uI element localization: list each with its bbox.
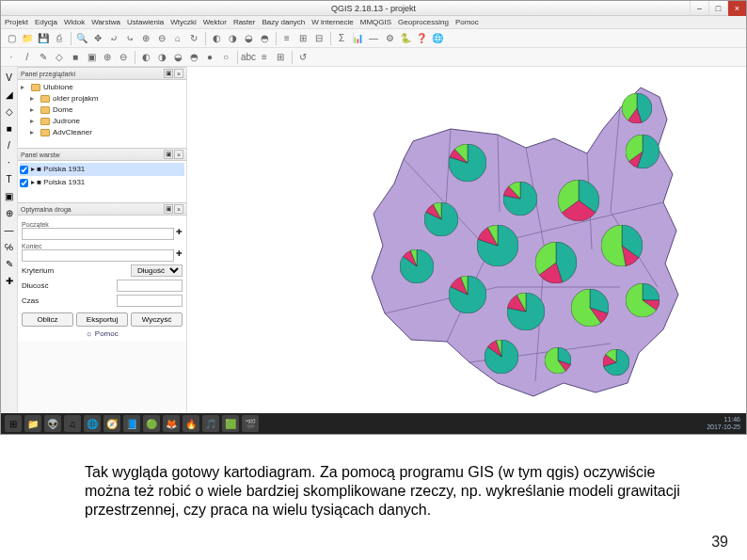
menu-mmqgis[interactable]: MMQGIS [360,18,391,26]
toolbar-icon[interactable]: ▢ [4,31,19,46]
browser-item[interactable]: ▸Ulubione [21,82,183,93]
menu-raster[interactable]: Raster [233,18,256,26]
calculate-button[interactable]: Oblicz [22,312,73,327]
left-tool-icon[interactable]: V [3,71,16,84]
left-tool-icon[interactable]: ℅ [3,240,16,253]
close-button[interactable]: × [727,1,746,16]
left-tool-icon[interactable]: ✚ [3,274,16,287]
panel-float-icon[interactable]: ▣ [164,150,173,159]
end-pick-icon[interactable]: ✚ [176,249,183,262]
taskbar-icon[interactable]: 🔥 [183,415,199,432]
browser-item[interactable]: ▸older projakm [21,93,183,104]
toolbar-icon[interactable]: ⤿ [122,31,137,46]
left-tool-icon[interactable]: ⊕ [3,206,16,219]
menu-ustawienia[interactable]: Ustawienia [127,18,164,26]
toolbar-icon[interactable]: ◒ [241,31,256,46]
layers-panel[interactable]: ▸ ■ Polska 1931▸ ■ Polska 1931 [18,161,186,202]
toolbar-icon[interactable]: ◐ [209,31,224,46]
toolbar-icon[interactable]: ◑ [225,31,240,46]
taskbar-icon[interactable]: 🌐 [84,415,101,432]
menu-wtyczki[interactable]: Wtyczki [170,18,197,26]
toolbar-icon[interactable]: Σ [334,31,349,46]
length-input[interactable] [117,280,183,292]
left-tool-icon[interactable]: ■ [3,121,16,135]
taskbar-icon[interactable]: 🟢 [143,415,160,432]
toolbar-icon[interactable]: ⌂ [170,31,185,46]
left-tool-icon[interactable]: ◇ [3,104,16,118]
start-input[interactable] [22,228,174,240]
layer-visibility-checkbox[interactable] [20,179,28,187]
toolbar-icon[interactable]: ✥ [90,31,105,46]
toolbar-icon[interactable]: ⊟ [311,31,326,46]
toolbar-icon[interactable]: / [20,50,35,65]
browser-item[interactable]: ▸Judrone [21,116,183,127]
taskbar-icon[interactable]: 🎬 [242,415,259,432]
export-button[interactable]: Eksportuj [76,312,128,327]
toolbar-icon[interactable]: ◇ [52,50,67,65]
layer-visibility-checkbox[interactable] [20,166,28,174]
clear-button[interactable]: Wyczyść [131,312,183,327]
time-input[interactable] [117,295,183,307]
toolbar-icon[interactable]: ◐ [138,50,153,65]
toolbar-icon[interactable]: · [4,50,19,65]
toolbar-icon[interactable]: ≡ [279,31,294,46]
toolbar-icon[interactable]: ↻ [186,31,201,46]
menu-bazy danych[interactable]: Bazy danych [262,18,305,26]
layer-item[interactable]: ▸ ■ Polska 1931 [31,163,85,176]
browser-item[interactable]: ▸AdvCleaner [21,127,183,138]
left-tool-icon[interactable]: ✎ [3,257,16,270]
toolbar-icon[interactable]: 💾 [36,31,51,46]
menu-w internecie[interactable]: W internecie [311,18,353,26]
left-tool-icon[interactable]: — [3,223,16,236]
left-tool-icon[interactable]: / [3,138,16,152]
taskbar-icon[interactable]: ⊞ [5,415,22,432]
taskbar-icon[interactable]: 🟩 [222,415,239,432]
menu-projekt[interactable]: Projekt [5,18,28,26]
toolbar-icon[interactable]: ⊞ [295,31,310,46]
toolbar-icon[interactable]: — [366,31,381,46]
start-pick-icon[interactable]: ✚ [176,228,183,240]
criterion-select[interactable]: Długość [131,264,183,277]
toolbar-icon[interactable]: 📊 [350,31,365,46]
left-tool-icon[interactable]: ◢ [3,88,16,101]
menu-geoprocessing[interactable]: Geoprocessing [398,18,449,26]
taskbar-icon[interactable]: 👽 [44,415,61,432]
help-link[interactable]: ☼ Pomoc [22,329,183,338]
toolbar-icon[interactable]: 🐍 [398,31,413,46]
menu-pomoc[interactable]: Pomoc [455,18,479,26]
toolbar-icon[interactable]: ◒ [170,50,185,65]
toolbar-icon[interactable]: ⚙ [382,31,397,46]
panel-close-icon[interactable]: × [174,69,183,78]
maximize-button[interactable]: □ [708,1,727,16]
toolbar-icon[interactable]: 📁 [20,31,35,46]
browser-item[interactable]: ▸Dome [21,104,183,116]
taskbar-icon[interactable]: ♫ [64,415,81,432]
browser-panel[interactable]: ▸Ulubione▸older projakm▸Dome▸Judrone▸Adv… [18,80,186,148]
toolbar-icon[interactable]: 🔍 [74,31,89,46]
toolbar-icon[interactable]: ⊕ [138,31,153,46]
taskbar-icon[interactable]: 🦊 [163,415,180,432]
layer-item[interactable]: ▸ ■ Polska 1931 [31,176,85,189]
minimize-button[interactable]: – [690,1,708,16]
toolbar-icon[interactable]: 🌐 [430,31,445,46]
toolbar-icon[interactable]: ⊖ [154,31,169,46]
taskbar-icon[interactable]: 🎵 [202,415,219,432]
panel-close-icon[interactable]: × [174,204,183,214]
toolbar-icon[interactable]: ✎ [36,50,51,65]
panel-close-icon[interactable]: × [174,150,183,159]
left-tool-icon[interactable]: ▣ [3,189,16,202]
left-tool-icon[interactable]: T [3,172,16,185]
toolbar-icon[interactable]: ▣ [84,50,99,65]
toolbar-icon[interactable]: ■ [68,50,83,65]
toolbar-icon[interactable]: ⊖ [116,50,131,65]
taskbar-icon[interactable]: 📘 [123,415,140,432]
map-canvas[interactable] [187,67,746,421]
menu-widok[interactable]: Widok [64,18,85,26]
toolbar-icon[interactable]: ◓ [257,31,272,46]
toolbar-icon[interactable]: ⊕ [100,50,115,65]
taskbar-icon[interactable]: 📁 [24,415,41,432]
toolbar-icon[interactable]: ❓ [414,31,429,46]
end-input[interactable] [22,249,174,262]
taskbar-icon[interactable]: 🧭 [103,415,120,432]
toolbar-icon[interactable]: ⤾ [106,31,121,46]
